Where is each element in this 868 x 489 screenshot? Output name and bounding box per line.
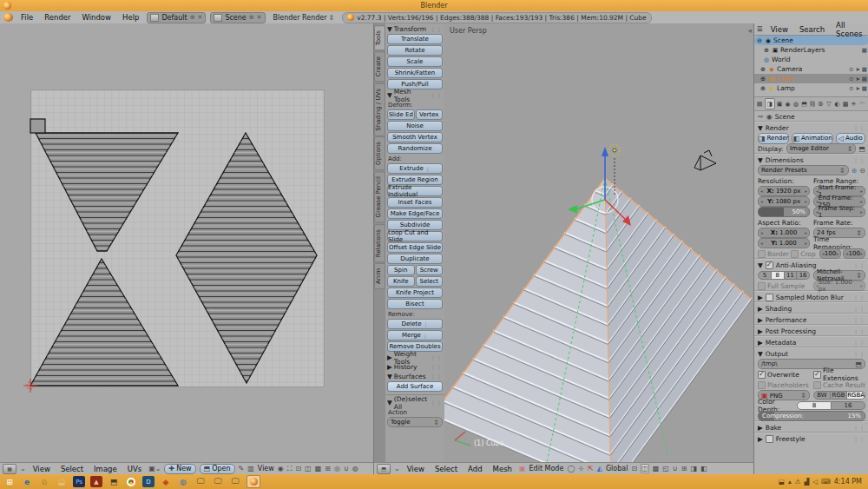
anti-aliasing-checkbox[interactable] xyxy=(766,261,773,269)
screw-button[interactable]: Screw xyxy=(416,265,444,275)
outliner-menu-view[interactable]: View xyxy=(767,25,792,34)
tab-grease-pencil[interactable]: Grease Pencil xyxy=(374,171,385,222)
remap-old-field[interactable]: ◂100▸ xyxy=(819,248,842,259)
border-checkbox[interactable] xyxy=(758,250,766,258)
pivot-center-icon[interactable]: ⊹ xyxy=(578,465,584,472)
tab-texture-icon[interactable]: ▩ xyxy=(842,100,849,108)
color-mode-toggle[interactable]: BW RGB RGBA xyxy=(813,391,865,400)
viewport-editor-type-icon[interactable]: ⬒ xyxy=(377,464,391,474)
depth-8-option[interactable]: 8 xyxy=(797,401,832,410)
chrome-icon[interactable] xyxy=(125,476,137,487)
sticky-select-icon[interactable]: ⊞ xyxy=(325,465,331,472)
frame-step-field[interactable]: ◂Frame Step: 1▸ xyxy=(813,207,865,217)
bisect-button[interactable]: Bisect xyxy=(387,299,443,309)
expand-icon[interactable]: ⊕ xyxy=(760,85,766,92)
render-presets-dropdown[interactable]: Render Presets ⇕ xyxy=(758,165,849,175)
uv-menu-select[interactable]: Select xyxy=(57,465,87,473)
panel-menu-icon[interactable]: ⋮⋮ xyxy=(853,294,865,301)
menu-file[interactable]: File xyxy=(17,13,36,22)
vm-monitor-3-icon[interactable]: 🖵 xyxy=(229,476,241,487)
selectability-icon[interactable]: ➤ xyxy=(855,66,859,73)
taskbar-clock[interactable]: 4:14 PM xyxy=(834,478,862,486)
extrude-individual-button[interactable]: Extrude Individual xyxy=(387,186,443,196)
start-button[interactable]: ⊞ xyxy=(3,476,16,487)
aa-8[interactable]: 8 xyxy=(772,271,785,280)
uv-view-mode-icon[interactable]: ▥ xyxy=(247,465,254,472)
mode-selector[interactable]: Edit Mode xyxy=(529,465,564,472)
tray-network-icon[interactable]: ⚠ xyxy=(795,478,801,486)
snap-icon[interactable]: ∪ xyxy=(344,465,349,472)
tray-keyboard-icon[interactable]: ⌨ xyxy=(821,478,831,486)
motion-blur-checkbox[interactable] xyxy=(766,294,773,301)
panel-menu-icon[interactable]: ⋮⋮ xyxy=(853,317,865,323)
bw-option[interactable]: BW xyxy=(813,391,831,400)
translate-button[interactable]: Translate xyxy=(387,34,443,44)
color-depth-toggle[interactable]: 8 16 xyxy=(797,401,865,410)
tab-world-icon[interactable]: ◍ xyxy=(792,100,799,108)
screen-layout-selector[interactable]: Default ⊕ ✕ xyxy=(147,12,206,23)
manipulator-axis-icon[interactable]: ⇱ xyxy=(588,465,594,472)
viewport-3d-canvas[interactable]: User Persp (1) Cube ◂ xyxy=(444,23,753,463)
scene-selector[interactable]: Scene ⊕ ✕ xyxy=(210,12,265,23)
occlude-geometry-icon[interactable]: ◱ xyxy=(662,465,669,472)
audio-button[interactable]: ◁ Audio xyxy=(836,133,865,144)
vm-monitor-2-icon[interactable]: 🖵 xyxy=(212,476,224,487)
slide-vertex-button[interactable]: Vertex xyxy=(416,109,444,120)
visibility-eye-icon[interactable]: ⊙ xyxy=(849,66,853,73)
opengl-render-icon[interactable]: ◨ xyxy=(690,465,697,472)
depth-16-option[interactable]: 16 xyxy=(832,401,865,410)
uv-menu-view[interactable]: View xyxy=(30,465,54,473)
weight-tools-panel-header[interactable]: ▶ Weight Tools ⋮⋮ xyxy=(387,353,443,362)
panel-menu-icon[interactable]: ⋮⋮ xyxy=(431,400,443,406)
panel-menu-icon[interactable]: ⋮⋮ xyxy=(431,92,443,98)
uv-menu-image[interactable]: Image xyxy=(90,465,121,473)
shrink-fatten-button[interactable]: Shrink/Fatten xyxy=(387,68,443,78)
expand-icon[interactable]: ⊕ xyxy=(763,47,770,54)
visibility-eye-icon[interactable]: ⊙ xyxy=(849,85,853,92)
redo-panel-header[interactable]: ▼ (De)select All ⋮⋮ xyxy=(387,398,443,407)
extrude-button[interactable]: Extrude ⋮ xyxy=(387,163,443,174)
merge-button[interactable]: Merge ⋮ xyxy=(387,330,443,340)
panel-menu-icon[interactable]: ⋮⋮ xyxy=(853,436,865,442)
tab-object-icon[interactable]: ⬒ xyxy=(801,100,808,108)
edge-select-mode-icon[interactable]: ◫ xyxy=(641,464,649,473)
vertex-select-mode-icon[interactable]: ⊡ xyxy=(631,465,637,472)
scale-button[interactable]: Scale xyxy=(387,56,443,67)
manipulator-rotate-icon[interactable]: ◭ xyxy=(597,465,602,472)
offset-edge-slide-button[interactable]: Offset Edge Slide xyxy=(387,242,443,253)
selectmode-vertex-icon[interactable]: ⊡ xyxy=(295,465,301,472)
expand-icon[interactable]: ⊖ xyxy=(756,37,763,44)
history-panel-header[interactable]: ▶ History ⋮⋮ xyxy=(387,362,443,372)
loop-cut-button[interactable]: Loop Cut and Slide xyxy=(387,231,443,241)
browser-sphere-icon[interactable]: ◍ xyxy=(177,476,189,487)
menu-help[interactable]: Help xyxy=(119,13,142,22)
file-extensions-checkbox[interactable] xyxy=(813,371,821,379)
aa-samples-toggle[interactable]: 5 8 11 16 xyxy=(758,271,810,280)
opengl-render-anim-icon[interactable]: ◧ xyxy=(700,465,707,472)
menu-window[interactable]: Window xyxy=(79,13,115,22)
outliner-item-world[interactable]: ◍ World xyxy=(754,55,868,64)
duplicate-button[interactable]: Duplicate xyxy=(387,254,443,264)
aspect-y-field[interactable]: ◂Y: 1.000▸ xyxy=(758,238,810,248)
vp-menu-add[interactable]: Add xyxy=(464,465,485,473)
tab-particles-icon[interactable]: ✳ xyxy=(851,100,858,108)
pin-icon[interactable]: ✑ xyxy=(758,113,764,121)
viewport-shading-icon[interactable]: ◯ xyxy=(567,465,575,472)
tab-data-icon[interactable]: ▽ xyxy=(825,100,832,108)
rgba-option[interactable]: RGBA xyxy=(847,391,865,400)
panel-menu-icon[interactable]: ⋮⋮ xyxy=(853,157,865,163)
snap-magnet-icon[interactable]: ∪ xyxy=(673,465,678,472)
panel-menu-icon[interactable]: ⋮⋮ xyxy=(853,125,865,131)
aa-16[interactable]: 16 xyxy=(797,271,810,280)
randomize-button[interactable]: Randomize xyxy=(387,143,443,154)
visibility-eye-icon[interactable]: ⊙ xyxy=(849,76,853,83)
menu-render[interactable]: Render xyxy=(41,13,74,22)
uv-render-icon[interactable]: ◍ xyxy=(352,465,358,472)
dimensions-panel-header[interactable]: ▼ Dimensions ⋮⋮ xyxy=(754,154,868,165)
layout-delete-icon[interactable]: ✕ xyxy=(198,14,203,21)
tab-options[interactable]: Options xyxy=(374,136,385,170)
tray-signal-icon[interactable]: ▟ xyxy=(804,478,809,486)
outliner-menu-search[interactable]: Search xyxy=(796,25,828,34)
tab-material-icon[interactable]: ◐ xyxy=(834,100,841,108)
full-sample-checkbox[interactable] xyxy=(758,282,766,290)
